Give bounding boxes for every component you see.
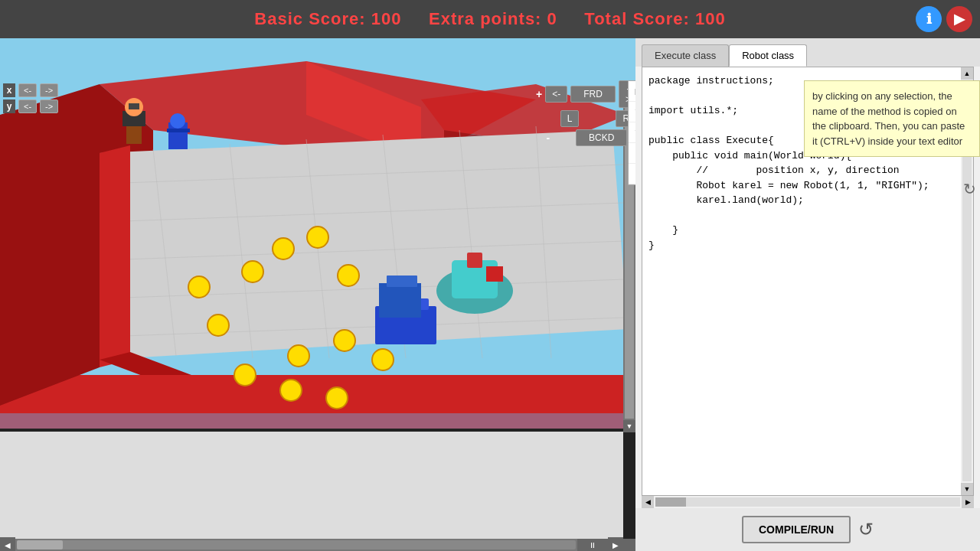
- svg-point-48: [326, 387, 348, 409]
- main-area: x <- -> y <- ->: [0, 38, 980, 551]
- tooltip-box: by clicking on any selection, the name o…: [804, 80, 980, 157]
- editor-hscroll-left[interactable]: ◀: [642, 496, 654, 508]
- editor-hscroll-thumb: [655, 497, 686, 507]
- svg-rect-26: [467, 253, 482, 268]
- bottom-controls: COMPILE/RUN ↺: [635, 508, 980, 551]
- svg-rect-36: [167, 129, 190, 132]
- top-icons: ℹ ▶: [916, 6, 972, 32]
- nav-bottom-row: - BCKD: [546, 129, 627, 146]
- tab-execute[interactable]: Execute class: [642, 44, 729, 67]
- pause-icon: ⏸: [589, 541, 596, 549]
- svg-marker-18: [100, 145, 130, 367]
- nav-mid-row: L R: [537, 110, 635, 127]
- svg-marker-6: [100, 130, 628, 360]
- tooltip-text: by clicking on any selection, the name o…: [812, 90, 965, 147]
- game-scroll-down[interactable]: ▼: [623, 420, 635, 432]
- minus-label: -: [546, 132, 550, 144]
- right-panel: by clicking on any selection, the name o…: [635, 38, 980, 551]
- compile-run-button[interactable]: COMPILE/RUN: [742, 516, 851, 543]
- h-scroll-pause[interactable]: ⏸: [577, 539, 608, 551]
- svg-point-35: [170, 113, 185, 129]
- y-control-row: y <- ->: [3, 99, 58, 113]
- x-left-btn[interactable]: <-: [18, 83, 37, 97]
- svg-point-38: [242, 261, 263, 282]
- svg-point-37: [188, 276, 210, 298]
- basic-score: Basic Score: 100: [254, 9, 401, 28]
- svg-rect-33: [129, 103, 139, 109]
- svg-rect-49: [0, 413, 635, 429]
- y-label: y: [3, 99, 15, 113]
- nav-top-row: + <- FRD ->: [536, 80, 635, 108]
- svg-point-42: [207, 315, 229, 336]
- bckd-btn[interactable]: BCKD: [576, 129, 627, 146]
- x-right-btn[interactable]: ->: [40, 83, 58, 97]
- method-list: ▲ move() turnRight() turnLeft() pickUp()…: [628, 80, 635, 185]
- method-turn-right[interactable]: turnRight(): [629, 102, 635, 122]
- game-hscroll[interactable]: ◀ ⏸ ▶: [0, 539, 623, 551]
- nav-controls: + <- FRD -> L R - BCKD: [536, 80, 635, 146]
- y-right-btn[interactable]: ->: [40, 99, 58, 113]
- h-scroll-right[interactable]: ▶: [608, 537, 623, 551]
- reset-button[interactable]: ↺: [858, 519, 874, 540]
- next-button[interactable]: ▶: [946, 6, 972, 32]
- svg-point-43: [288, 345, 309, 367]
- info-button[interactable]: ℹ: [916, 6, 942, 32]
- game-bottom-panel: [0, 432, 623, 539]
- h-scroll-thumb: [17, 540, 63, 549]
- svg-rect-29: [486, 266, 503, 282]
- editor-hscroll-right[interactable]: ▶: [962, 496, 974, 508]
- score-display: Basic Score: 100 Extra points: 0 Total S…: [254, 9, 725, 29]
- code-tabs: Execute class Robot class: [635, 38, 980, 67]
- scroll-corner: [623, 539, 635, 551]
- method-move[interactable]: move(): [629, 81, 635, 102]
- extra-points: Extra points: 0: [429, 9, 557, 28]
- svg-point-41: [338, 265, 359, 286]
- total-score: Total Score: 100: [584, 9, 725, 28]
- editor-hscroll[interactable]: ◀ ▶: [642, 496, 974, 508]
- svg-rect-28: [387, 276, 417, 287]
- h-scroll-left[interactable]: ◀: [0, 537, 15, 551]
- refresh-icon[interactable]: ↻: [963, 180, 976, 198]
- svg-point-40: [307, 227, 328, 248]
- arrow-left-btn[interactable]: <-: [545, 86, 567, 103]
- game-canvas: + <- FRD -> L R - BCKD ▲: [0, 38, 635, 429]
- h-scroll-track[interactable]: [17, 540, 576, 549]
- l-btn[interactable]: L: [560, 110, 580, 127]
- method-turn-left[interactable]: turnLeft(): [629, 122, 635, 143]
- svg-point-39: [273, 238, 294, 259]
- frd-btn[interactable]: FRD: [570, 86, 616, 103]
- svg-rect-27: [379, 283, 421, 318]
- editor-scroll-up[interactable]: ▲: [961, 67, 973, 80]
- editor-scroll-down[interactable]: ▼: [961, 483, 973, 495]
- svg-point-45: [372, 349, 394, 370]
- method-push[interactable]: push(): [629, 164, 635, 184]
- y-left-btn[interactable]: <-: [18, 99, 37, 113]
- svg-point-47: [280, 380, 302, 401]
- top-bar: Basic Score: 100 Extra points: 0 Total S…: [0, 0, 980, 38]
- method-pickup[interactable]: pickUp(): [629, 143, 635, 164]
- editor-hscroll-track[interactable]: [655, 497, 960, 507]
- plus-label: +: [536, 88, 542, 100]
- svg-marker-21: [0, 84, 100, 406]
- tab-robot[interactable]: Robot class: [729, 44, 807, 67]
- svg-point-44: [334, 330, 355, 351]
- game-panel: x <- -> y <- ->: [0, 38, 635, 551]
- xy-controls: x <- -> y <- ->: [0, 80, 61, 116]
- svg-point-46: [234, 364, 256, 386]
- x-control-row: x <- ->: [3, 83, 58, 97]
- x-label: x: [3, 83, 15, 97]
